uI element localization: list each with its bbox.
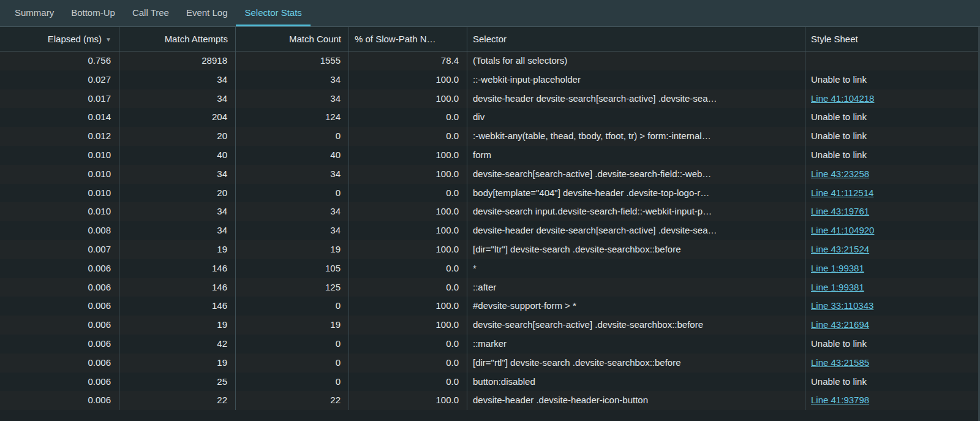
selector-cell: ::after bbox=[467, 278, 805, 297]
table-row[interactable]: 0.75628918155578.4(Totals for all select… bbox=[0, 51, 980, 70]
table-row[interactable]: 0.0061900.0[dir="rtl"] devsite-search .d… bbox=[0, 354, 980, 373]
table-row[interactable]: 0.0083434100.0devsite-header devsite-sea… bbox=[0, 221, 980, 240]
slow-path-pct-cell: 100.0 bbox=[349, 165, 467, 184]
table-row[interactable]: 0.0273434100.0::-webkit-input-placeholde… bbox=[0, 70, 980, 89]
slow-path-pct-cell: 0.0 bbox=[349, 108, 467, 127]
elapsed-cell: 0.010 bbox=[0, 165, 119, 184]
match-attempts-cell: 19 bbox=[119, 240, 236, 259]
stylesheet-cell: Unable to link bbox=[805, 127, 980, 146]
elapsed-cell: 0.010 bbox=[0, 202, 119, 221]
match-attempts-cell: 204 bbox=[119, 108, 236, 127]
stylesheet-link[interactable]: Line 41:104920 bbox=[811, 225, 874, 235]
slow-path-pct-cell: 100.0 bbox=[349, 316, 467, 335]
table-row[interactable]: 0.0103434100.0devsite-search input.devsi… bbox=[0, 202, 980, 221]
stylesheet-link[interactable]: Line 41:93798 bbox=[811, 395, 869, 405]
table-row[interactable]: 0.0061461250.0::afterLine 1:99381 bbox=[0, 278, 980, 297]
column-header-elapsed-label: Elapsed (ms) bbox=[48, 34, 102, 44]
stylesheet-cell: Line 43:23258 bbox=[805, 165, 980, 184]
slow-path-pct-cell: 0.0 bbox=[349, 354, 467, 373]
table-row[interactable]: 0.0061461050.0*Line 1:99381 bbox=[0, 259, 980, 278]
stylesheet-status: Unable to link bbox=[811, 112, 867, 122]
match-count-cell: 0 bbox=[236, 373, 349, 392]
tab-event-log[interactable]: Event Log bbox=[178, 0, 236, 26]
stylesheet-link[interactable]: Line 1:99381 bbox=[811, 263, 864, 273]
column-header-slow-path-pct[interactable]: % of Slow-Path N… bbox=[349, 27, 467, 51]
tab-bottom-up[interactable]: Bottom-Up bbox=[62, 0, 124, 26]
stylesheet-cell bbox=[805, 51, 980, 70]
slow-path-pct-cell: 100.0 bbox=[349, 70, 467, 89]
tab-selector-stats[interactable]: Selector Stats bbox=[236, 0, 310, 26]
stylesheet-cell: Line 43:19761 bbox=[805, 202, 980, 221]
slow-path-pct-cell: 100.0 bbox=[349, 391, 467, 410]
slow-path-pct-cell: 0.0 bbox=[349, 373, 467, 392]
stylesheet-link[interactable]: Line 43:23258 bbox=[811, 169, 869, 179]
stylesheet-cell: Line 41:104920 bbox=[805, 221, 980, 240]
stylesheet-link[interactable]: Line 43:21585 bbox=[811, 357, 869, 368]
stylesheet-link[interactable]: Line 41:104218 bbox=[811, 93, 874, 104]
slow-path-pct-cell: 100.0 bbox=[349, 240, 467, 259]
stylesheet-link[interactable]: Line 43:21694 bbox=[811, 319, 869, 330]
stylesheet-cell: Line 1:99381 bbox=[805, 259, 980, 278]
match-attempts-cell: 20 bbox=[119, 184, 236, 203]
table-row[interactable]: 0.0102000.0body[template="404"] devsite-… bbox=[0, 184, 980, 203]
slow-path-pct-cell: 0.0 bbox=[349, 259, 467, 278]
match-attempts-cell: 146 bbox=[119, 278, 236, 297]
table-row[interactable]: 0.0062222100.0devsite-header .devsite-he… bbox=[0, 391, 980, 410]
table-row[interactable]: 0.0071919100.0[dir="ltr"] devsite-search… bbox=[0, 240, 980, 259]
selector-stats-panel: Summary Bottom-Up Call Tree Event Log Se… bbox=[0, 0, 980, 421]
stylesheet-status: Unable to link bbox=[811, 131, 867, 141]
table-row[interactable]: 0.0064200.0::markerUnable to link bbox=[0, 335, 980, 354]
stylesheet-link[interactable]: Line 33:110343 bbox=[811, 300, 873, 311]
slow-path-pct-cell: 0.0 bbox=[349, 335, 467, 354]
match-attempts-cell: 34 bbox=[119, 165, 236, 184]
stylesheet-cell: Line 43:21585 bbox=[805, 354, 980, 373]
slow-path-pct-cell: 100.0 bbox=[349, 89, 467, 108]
stylesheet-cell: Line 41:93798 bbox=[805, 391, 980, 410]
table-row[interactable]: 0.0122000.0:-webkit-any(table, thead, tb… bbox=[0, 127, 980, 146]
selector-cell: devsite-search[search-active] .devsite-s… bbox=[467, 316, 805, 335]
table-row[interactable]: 0.0173434100.0devsite-header devsite-sea… bbox=[0, 89, 980, 108]
elapsed-cell: 0.006 bbox=[0, 259, 119, 278]
table-row[interactable]: 0.0061460100.0#devsite-support-form > *L… bbox=[0, 297, 980, 316]
stylesheet-link[interactable]: Line 41:112514 bbox=[811, 188, 873, 198]
match-attempts-cell: 28918 bbox=[119, 51, 236, 70]
slow-path-pct-cell: 0.0 bbox=[349, 184, 467, 203]
stylesheet-link[interactable]: Line 43:21524 bbox=[811, 244, 869, 254]
slow-path-pct-cell: 0.0 bbox=[349, 278, 467, 297]
stylesheet-cell: Line 41:112514 bbox=[805, 184, 980, 203]
slow-path-pct-cell: 100.0 bbox=[349, 297, 467, 316]
match-attempts-cell: 146 bbox=[119, 259, 236, 278]
column-header-match-count[interactable]: Match Count bbox=[236, 27, 349, 51]
table-row[interactable]: 0.0104040100.0formUnable to link bbox=[0, 146, 980, 165]
selector-cell: [dir="ltr"] devsite-search .devsite-sear… bbox=[467, 240, 805, 259]
table-row[interactable]: 0.0142041240.0divUnable to link bbox=[0, 108, 980, 127]
selector-cell: ::-webkit-input-placeholder bbox=[467, 70, 805, 89]
column-header-match-attempts[interactable]: Match Attempts bbox=[119, 27, 236, 51]
match-attempts-cell: 34 bbox=[119, 202, 236, 221]
stylesheet-cell: Unable to link bbox=[805, 108, 980, 127]
column-header-selector[interactable]: Selector bbox=[467, 27, 805, 51]
stylesheet-link[interactable]: Line 1:99381 bbox=[811, 282, 864, 292]
selector-cell: * bbox=[467, 259, 805, 278]
match-count-cell: 0 bbox=[236, 127, 349, 146]
stylesheet-link[interactable]: Line 43:19761 bbox=[811, 206, 869, 216]
match-count-cell: 0 bbox=[236, 335, 349, 354]
elapsed-cell: 0.012 bbox=[0, 127, 119, 146]
table-row[interactable]: 0.0061919100.0devsite-search[search-acti… bbox=[0, 316, 980, 335]
tab-summary[interactable]: Summary bbox=[6, 0, 62, 26]
tab-call-tree[interactable]: Call Tree bbox=[124, 0, 178, 26]
elapsed-cell: 0.006 bbox=[0, 316, 119, 335]
table-row[interactable]: 0.0103434100.0devsite-search[search-acti… bbox=[0, 165, 980, 184]
match-count-cell: 40 bbox=[236, 146, 349, 165]
table-row[interactable]: 0.0062500.0button:disabledUnable to link bbox=[0, 373, 980, 392]
stylesheet-cell: Unable to link bbox=[805, 373, 980, 392]
column-header-elapsed[interactable]: Elapsed (ms)▼ bbox=[0, 27, 119, 51]
match-attempts-cell: 19 bbox=[119, 354, 236, 373]
tab-bar: Summary Bottom-Up Call Tree Event Log Se… bbox=[0, 0, 980, 27]
table-body: 0.75628918155578.4(Totals for all select… bbox=[0, 51, 980, 421]
stylesheet-status: Unable to link bbox=[811, 376, 867, 387]
match-count-cell: 19 bbox=[236, 240, 349, 259]
column-header-style-sheet[interactable]: Style Sheet bbox=[805, 27, 980, 51]
match-count-cell: 0 bbox=[236, 354, 349, 373]
match-count-cell: 34 bbox=[236, 89, 349, 108]
